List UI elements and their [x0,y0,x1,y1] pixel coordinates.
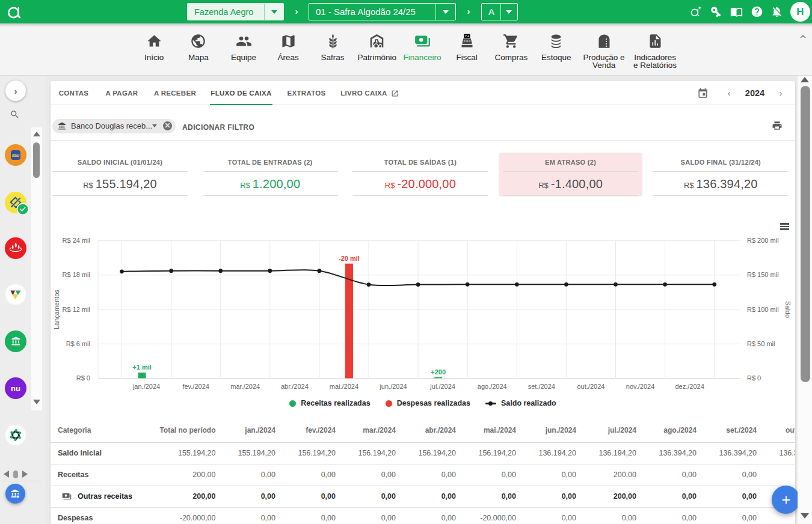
line-point[interactable] [614,282,618,287]
svg-text:R$ 12 mil: R$ 12 mil [63,306,90,313]
line-point[interactable] [169,269,173,273]
nav-item-equipe[interactable]: Equipe [231,33,256,61]
carousel-next-icon[interactable] [22,471,28,478]
farm-selector[interactable]: Fazenda Aegro [187,3,284,20]
nav-item-mapa[interactable]: Mapa [188,33,209,61]
nav-item-indicadores-e-relat-rios[interactable]: Indicadores e Relatórios [633,33,677,69]
year-next-button[interactable]: › [774,88,788,98]
calendar-icon[interactable] [697,88,709,99]
help-icon[interactable] [751,5,763,18]
nav-item-fiscal[interactable]: Fiscal [457,33,478,61]
value-cell: 0,00 [576,507,636,524]
notifications-off-icon[interactable] [770,5,783,18]
legend-item-saldo-realizado[interactable]: Saldo realizado [485,399,556,407]
nav-item-produ-o-e-venda[interactable]: Produção e Venda [583,33,625,69]
line-point[interactable] [268,269,272,273]
search-icon[interactable] [10,109,20,120]
bank-filter-chip[interactable]: Banco Douglas receb... ✕ [52,119,176,134]
line-point[interactable] [120,269,124,273]
tab-a-receber[interactable]: A RECEBER [147,81,203,105]
line-point[interactable] [663,282,667,287]
page-scrollbar[interactable] [798,76,812,524]
value-cell: 156.194,20 [336,442,396,464]
bar-label: -20 mil [339,255,360,262]
bank-account-santander[interactable] [5,237,26,259]
bank-account-banco-do-brasil[interactable] [5,192,26,213]
nav-item-compras[interactable]: Compras [495,33,528,61]
nav-item-estoque[interactable]: Estoque [541,33,571,61]
bank-account-generic-bank[interactable] [5,331,26,352]
legend-item-despesas-realizadas[interactable]: Despesas realizadas [386,399,470,407]
bank-account-sicredi[interactable] [5,424,26,446]
line-point[interactable] [712,282,716,287]
line-point[interactable] [367,282,371,287]
svg-text:nu: nu [11,384,20,393]
bar[interactable] [138,373,146,379]
table-row-receitas[interactable]: Receitas200,000,000,000,000,000,000,0020… [51,464,795,486]
print-icon[interactable] [772,120,783,131]
tab-contas[interactable]: CONTAS [51,81,97,105]
bar[interactable] [434,377,442,379]
scrollbar-thumb[interactable] [33,142,40,178]
line-point[interactable] [416,282,420,287]
nav-item-safras[interactable]: Safras [321,33,345,61]
nav-item-patrim-nio[interactable]: Patrimônio [358,33,397,61]
scroll-up-icon[interactable] [801,77,809,82]
add-bank-account-button[interactable] [5,484,25,504]
scroll-down-icon[interactable] [33,400,40,404]
add-transaction-fab[interactable] [772,486,800,514]
line-point[interactable] [218,269,223,273]
svg-text:out./2024: out./2024 [577,383,605,390]
value-cell: -20.000,00 [456,507,516,524]
svg-text:R$ 100 mil: R$ 100 mil [747,306,779,313]
chevron-down-icon[interactable] [501,10,517,14]
line-point[interactable] [466,282,470,287]
book-icon[interactable] [730,5,743,18]
scroll-up-icon[interactable] [33,132,40,136]
nav-item-financeiro[interactable]: Financeiro [404,33,441,61]
value-cell: 0,00 [456,464,516,486]
summary-card-title: SALDO INICIAL (01/01/24) [52,153,188,172]
chevron-down-icon[interactable] [152,124,157,127]
bank-account-itau-bank[interactable]: Itaú [5,144,26,166]
bank-list-scrollbar[interactable] [31,127,42,410]
scroll-down-icon[interactable] [801,513,809,519]
tab-extratos[interactable]: EXTRATOS [279,81,334,105]
navbar-collapse-icon[interactable] [799,32,807,41]
line-point[interactable] [564,282,568,287]
remove-filter-icon[interactable]: ✕ [163,121,172,130]
tab-a-pagar[interactable]: A PAGAR [97,81,147,105]
scrollbar-thumb[interactable] [801,86,810,382]
add-filter-button[interactable]: ADICIONAR FILTRO [182,110,254,145]
tab-livro-caixa[interactable]: LIVRO CAIXA [334,81,405,105]
nav-item--reas[interactable]: Áreas [278,33,299,61]
sidebar-expand-button[interactable]: › [5,81,26,101]
invite-user-icon[interactable] [689,5,702,18]
table-row-outras-receitas[interactable]: Outras receitas200,000,000,000,000,000,0… [51,486,795,507]
bank-carousel-controls [0,469,31,479]
safra-selector[interactable]: 01 - Safra Algodão 24/25 [309,3,456,20]
itau-bank-icon: Itaú [5,144,26,166]
line-point[interactable] [318,269,322,273]
chevron-down-icon[interactable] [436,10,455,14]
report-icon [647,33,663,49]
value-cell: 136.394,20 [757,442,795,464]
bank-account-viacredi[interactable] [5,284,26,305]
key-icon[interactable] [710,5,722,18]
user-avatar[interactable]: H [790,2,810,22]
nav-item-label: Indicadores e Relatórios [633,53,677,69]
year-label[interactable]: 2024 [736,88,774,98]
legend-label: Saldo realizado [501,399,556,407]
bank-account-nubank[interactable]: nu [5,377,26,399]
table-row-despesas[interactable]: Despesas-20.000,000,000,000,000,00-20.00… [51,507,795,524]
chevron-down-icon[interactable] [265,10,284,14]
nav-item-in-cio[interactable]: Início [144,33,164,61]
tab-label: CONTAS [59,90,89,97]
unit-selector[interactable]: A [481,3,518,20]
carousel-prev-icon[interactable] [4,471,9,478]
legend-item-receitas-realizadas[interactable]: Receitas realizadas [289,399,370,407]
tab-fluxo-de-caixa[interactable]: FLUXO DE CAIXA [203,81,279,105]
year-prev-button[interactable]: ‹ [722,88,736,98]
line-point[interactable] [515,282,519,287]
table-row-saldo-inicial[interactable]: Saldo inicial155.194,20155.194,20156.194… [51,442,795,464]
